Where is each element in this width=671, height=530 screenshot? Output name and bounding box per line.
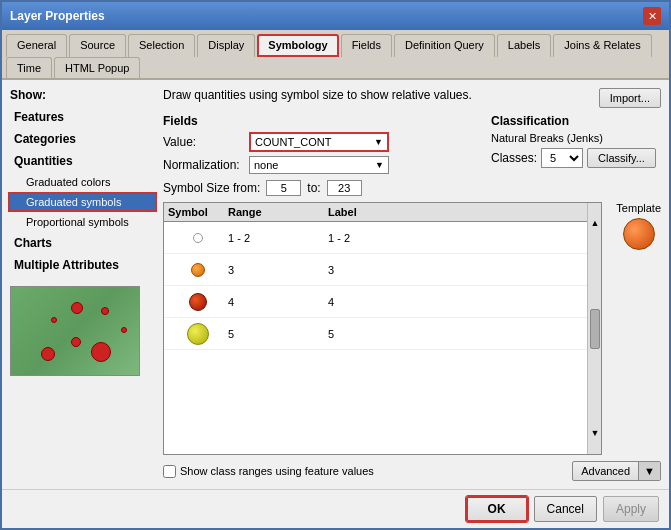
show-ranges-checkbox[interactable]	[163, 465, 176, 478]
map-inner	[11, 287, 139, 375]
map-dot	[51, 317, 57, 323]
normalization-row: Normalization: none ▼	[163, 156, 483, 174]
description-text: Draw quantities using symbol size to sho…	[163, 88, 472, 102]
classification-section: Classification Natural Breaks (Jenks) Cl…	[491, 114, 661, 174]
tree-graduated-symbols[interactable]: Graduated symbols	[10, 194, 155, 210]
tree-proportional-symbols[interactable]: Proportional symbols	[10, 214, 155, 230]
advanced-label: Advanced	[573, 462, 638, 480]
label-cell: 4	[328, 296, 583, 308]
map-dot	[71, 302, 83, 314]
symbol-circle	[187, 323, 209, 345]
size-row: Symbol Size from: to:	[163, 180, 661, 196]
tab-display[interactable]: Display	[197, 34, 255, 57]
advanced-button[interactable]: Advanced ▼	[572, 461, 661, 481]
ok-button[interactable]: OK	[466, 496, 528, 522]
symbol-cell	[168, 293, 228, 311]
classify-button[interactable]: Classify...	[587, 148, 656, 168]
tree-categories[interactable]: Categories	[10, 130, 155, 148]
tab-joins-relates[interactable]: Joins & Relates	[553, 34, 651, 57]
method-label: Natural Breaks (Jenks)	[491, 132, 661, 144]
tab-bar: General Source Selection Display Symbolo…	[2, 30, 669, 80]
value-label: Value:	[163, 135, 243, 149]
tab-html-popup[interactable]: HTML Popup	[54, 57, 140, 78]
value-dropdown-arrow: ▼	[374, 137, 383, 147]
range-cell: 4	[228, 296, 328, 308]
table-row: 1 - 2 1 - 2	[164, 222, 587, 254]
col-symbol-header: Symbol	[168, 206, 228, 218]
import-button[interactable]: Import...	[599, 88, 661, 108]
table-body: 1 - 2 1 - 2 3 3	[164, 222, 587, 454]
tree-graduated-colors[interactable]: Graduated colors	[10, 174, 155, 190]
classify-row: Classes: 5 Classify...	[491, 148, 661, 168]
layer-properties-window: Layer Properties ✕ General Source Select…	[0, 0, 671, 530]
window-title: Layer Properties	[10, 9, 105, 23]
map-preview	[10, 286, 140, 376]
scroll-thumb[interactable]	[590, 309, 600, 349]
title-bar: Layer Properties ✕	[2, 2, 669, 30]
table-row: 5 5	[164, 318, 587, 350]
value-row: Value: COUNT_CONT ▼	[163, 132, 483, 152]
tab-symbology[interactable]: Symbology	[257, 34, 338, 57]
tab-source[interactable]: Source	[69, 34, 126, 57]
tree-charts[interactable]: Charts	[10, 234, 155, 252]
classes-select[interactable]: 5	[541, 148, 583, 168]
tab-general[interactable]: General	[6, 34, 67, 57]
template-label: Template	[616, 202, 661, 214]
tab-labels[interactable]: Labels	[497, 34, 551, 57]
range-cell: 1 - 2	[228, 232, 328, 244]
main-content: Show: Features Categories Quantities Gra…	[2, 80, 669, 489]
symbol-circle	[189, 293, 207, 311]
apply-button: Apply	[603, 496, 659, 522]
col-range-header: Range	[228, 206, 328, 218]
tab-fields[interactable]: Fields	[341, 34, 392, 57]
size-to-input[interactable]	[327, 180, 362, 196]
range-cell: 3	[228, 264, 328, 276]
normalization-label: Normalization:	[163, 158, 243, 172]
range-cell: 5	[228, 328, 328, 340]
scroll-down-arrow[interactable]: ▼	[590, 429, 599, 438]
advanced-dropdown-arrow: ▼	[638, 462, 660, 480]
footer: OK Cancel Apply	[2, 489, 669, 528]
tree-quantities[interactable]: Quantities	[10, 152, 155, 170]
symbol-cell	[168, 263, 228, 277]
left-panel: Show: Features Categories Quantities Gra…	[10, 88, 155, 481]
classification-heading: Classification	[491, 114, 661, 128]
fields-classification-row: Fields Value: COUNT_CONT ▼ Normalization…	[163, 114, 661, 174]
fields-heading: Fields	[163, 114, 483, 128]
table-row: 4 4	[164, 286, 587, 318]
map-dot	[41, 347, 55, 361]
symbol-table: Symbol Range Label 1 - 2 1 - 2	[163, 202, 602, 455]
map-dot	[121, 327, 127, 333]
tree-features[interactable]: Features	[10, 108, 155, 126]
symbol-cell	[168, 323, 228, 345]
scrollbar[interactable]: ▲ ▼	[587, 203, 601, 454]
checkbox-row: Show class ranges using feature values	[163, 465, 374, 478]
tree-multiple-attributes[interactable]: Multiple Attributes	[10, 256, 155, 274]
tab-time[interactable]: Time	[6, 57, 52, 78]
map-dot	[91, 342, 111, 362]
normalization-dropdown-text: none	[254, 159, 278, 171]
close-button[interactable]: ✕	[643, 7, 661, 25]
symbol-cell	[168, 233, 228, 243]
normalization-dropdown[interactable]: none ▼	[249, 156, 389, 174]
symbol-circle	[191, 263, 205, 277]
tab-selection[interactable]: Selection	[128, 34, 195, 57]
tab-definition-query[interactable]: Definition Query	[394, 34, 495, 57]
cancel-button[interactable]: Cancel	[534, 496, 597, 522]
size-from-input[interactable]	[266, 180, 301, 196]
fields-section: Fields Value: COUNT_CONT ▼ Normalization…	[163, 114, 483, 174]
template-area: Template	[616, 202, 661, 455]
checkbox-label: Show class ranges using feature values	[180, 465, 374, 477]
bottom-row: Show class ranges using feature values A…	[163, 461, 661, 481]
label-cell: 5	[328, 328, 583, 340]
value-dropdown-text: COUNT_CONT	[255, 136, 331, 148]
map-dot	[71, 337, 81, 347]
scroll-up-arrow[interactable]: ▲	[590, 219, 599, 228]
table-header: Symbol Range Label	[164, 203, 587, 222]
template-circle[interactable]	[623, 218, 655, 250]
label-cell: 1 - 2	[328, 232, 583, 244]
col-label-header: Label	[328, 206, 583, 218]
classes-label: Classes:	[491, 151, 537, 165]
value-dropdown[interactable]: COUNT_CONT ▼	[249, 132, 389, 152]
right-panel: Draw quantities using symbol size to sho…	[163, 88, 661, 481]
